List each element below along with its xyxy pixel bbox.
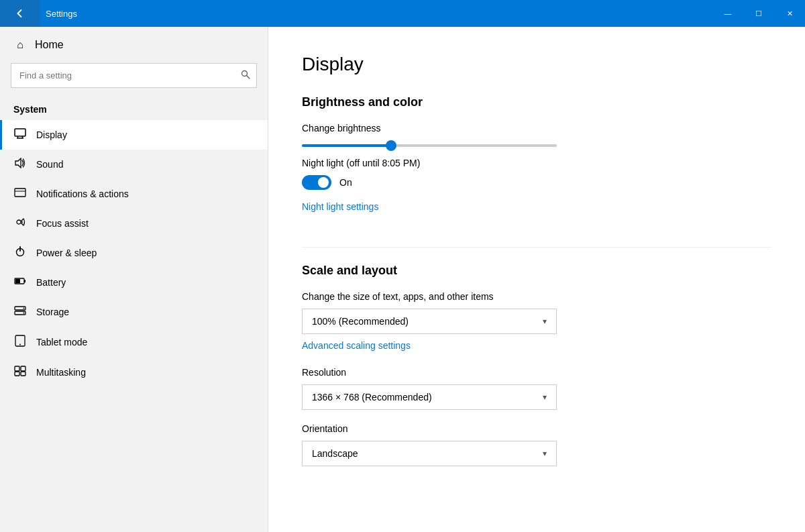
sidebar-item-notifications-label: Notifications & actions: [36, 189, 129, 199]
sidebar-item-sound-label: Sound: [36, 159, 63, 170]
night-light-toggle-label: On: [339, 177, 352, 188]
sidebar-item-multitasking[interactable]: Multitasking: [0, 358, 268, 387]
sidebar-item-sound[interactable]: Sound: [0, 150, 268, 179]
night-light-toggle-row: On: [302, 175, 771, 190]
home-icon: ⌂: [13, 39, 27, 51]
scale-section: Scale and layout Change the size of text…: [302, 264, 771, 466]
resolution-dropdown-arrow: ▾: [543, 392, 547, 402]
app-body: ⌂ Home System Display: [0, 27, 805, 532]
sidebar: ⌂ Home System Display: [0, 27, 268, 532]
resolution-dropdown-value: 1366 × 768 (Recommended): [312, 392, 432, 403]
sidebar-item-battery[interactable]: Battery: [0, 268, 268, 297]
search-box: [11, 63, 257, 88]
back-button[interactable]: [0, 0, 40, 27]
sidebar-item-display-label: Display: [36, 129, 67, 140]
tablet-icon: [13, 335, 27, 350]
brightness-slider-fill: [302, 144, 391, 147]
sidebar-item-power[interactable]: Power & sleep: [0, 238, 268, 268]
sidebar-item-focus-label: Focus assist: [36, 218, 89, 229]
sound-icon: [13, 158, 27, 171]
night-light-toggle[interactable]: [302, 175, 331, 190]
page-title: Display: [302, 54, 771, 75]
orientation-dropdown[interactable]: Landscape ▾: [302, 441, 557, 466]
brightness-slider-track: [302, 144, 557, 147]
close-button[interactable]: ✕: [774, 0, 805, 27]
svg-rect-22: [21, 366, 25, 371]
svg-rect-24: [21, 372, 25, 376]
svg-rect-7: [15, 189, 25, 197]
sidebar-item-power-label: Power & sleep: [36, 248, 97, 258]
svg-rect-2: [15, 129, 25, 136]
orientation-dropdown-arrow: ▾: [543, 449, 547, 458]
scale-dropdown[interactable]: 100% (Recommended) ▾: [302, 309, 557, 334]
orientation-dropdown-value: Landscape: [312, 448, 358, 459]
content-area: Display Brightness and color Change brig…: [268, 27, 805, 532]
svg-point-17: [23, 308, 25, 309]
multitasking-icon: [13, 366, 27, 379]
scale-section-title: Scale and layout: [302, 264, 771, 278]
toggle-knob: [318, 177, 329, 188]
storage-icon: [13, 305, 27, 319]
sidebar-item-multitasking-label: Multitasking: [36, 367, 86, 378]
sidebar-section-title: System: [0, 99, 268, 120]
resolution-label: Resolution: [302, 367, 771, 378]
brightness-slider-thumb[interactable]: [386, 140, 396, 151]
search-input[interactable]: [11, 63, 257, 88]
home-label: Home: [35, 39, 64, 51]
scale-dropdown-value: 100% (Recommended): [312, 316, 409, 327]
brightness-section-title: Brightness and color: [302, 95, 771, 109]
brightness-label: Change brightness: [302, 123, 771, 134]
window-controls: — ☐ ✕: [712, 0, 805, 27]
sidebar-item-home[interactable]: ⌂ Home: [0, 27, 268, 63]
svg-rect-14: [15, 279, 20, 283]
power-icon: [13, 246, 27, 260]
night-light-label: Night light (off until 8:05 PM): [302, 158, 771, 168]
sidebar-item-storage-label: Storage: [36, 307, 69, 317]
sidebar-item-tablet-label: Tablet mode: [36, 337, 87, 348]
svg-point-18: [23, 313, 25, 314]
display-icon: [13, 128, 27, 142]
sidebar-item-tablet[interactable]: Tablet mode: [0, 327, 268, 358]
focus-icon: [13, 217, 27, 230]
minimize-button[interactable]: —: [712, 0, 743, 27]
notifications-icon: [13, 187, 27, 201]
svg-marker-6: [15, 158, 21, 168]
resolution-dropdown[interactable]: 1366 × 768 (Recommended) ▾: [302, 384, 557, 410]
sidebar-item-display[interactable]: Display: [0, 120, 268, 150]
svg-rect-23: [15, 372, 19, 376]
scale-description: Change the size of text, apps, and other…: [302, 291, 771, 302]
night-light-settings-link[interactable]: Night light settings: [302, 201, 378, 212]
svg-point-9: [17, 220, 21, 224]
svg-rect-13: [24, 280, 25, 282]
section-divider: [302, 247, 771, 248]
sidebar-item-battery-label: Battery: [36, 277, 66, 288]
advanced-scaling-link[interactable]: Advanced scaling settings: [302, 340, 411, 351]
sidebar-item-notifications[interactable]: Notifications & actions: [0, 179, 268, 209]
sidebar-item-storage[interactable]: Storage: [0, 297, 268, 327]
scale-dropdown-arrow: ▾: [543, 317, 547, 326]
svg-rect-21: [15, 366, 19, 371]
sidebar-item-focus[interactable]: Focus assist: [0, 209, 268, 238]
titlebar: Settings — ☐ ✕: [0, 0, 805, 27]
orientation-label: Orientation: [302, 423, 771, 434]
brightness-section: Brightness and color Change brightness N…: [302, 95, 771, 228]
app-title: Settings: [40, 9, 712, 19]
svg-point-20: [19, 344, 21, 345]
battery-icon: [13, 276, 27, 289]
brightness-slider-container: [302, 144, 771, 147]
maximize-button[interactable]: ☐: [743, 0, 774, 27]
